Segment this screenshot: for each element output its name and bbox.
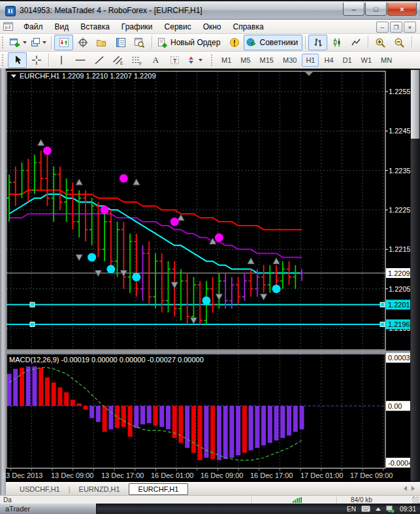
zoom-in-button[interactable] (371, 35, 390, 50)
window-title: 3014953: MetaTrader 4 - RoboForex - [EUR… (20, 6, 202, 15)
child-close-button[interactable]: × (404, 22, 416, 33)
time-axis-label: 16 Dec 17:00 (250, 471, 293, 479)
network-icon[interactable] (386, 505, 395, 513)
toolbar-separator (368, 36, 368, 49)
timeframe-h4[interactable]: H4 (320, 54, 337, 67)
timeframe-mn[interactable]: MN (377, 54, 396, 67)
target-icon (78, 37, 88, 48)
keyboard-icon[interactable] (361, 505, 370, 512)
crosshair-target-button[interactable] (73, 35, 92, 50)
tab-eurnzd-h1[interactable]: EURNZD,H1 (71, 483, 129, 495)
toolbar-separator (412, 36, 412, 49)
profiles-button[interactable] (29, 35, 48, 50)
tab-eurchf-h1[interactable]: EURCHF,H1 (129, 483, 189, 495)
data-window-button[interactable] (130, 35, 149, 50)
arrows-button[interactable] (184, 52, 204, 68)
tabs-scroll-right-icon[interactable] (412, 486, 415, 491)
line-chart-button[interactable] (346, 35, 365, 50)
zoom-out-icon (394, 37, 405, 48)
new-order-button[interactable]: Новый Ордер (155, 35, 225, 50)
zoom-out-button[interactable] (390, 35, 409, 50)
menu-window[interactable]: Окно (197, 20, 227, 33)
svg-text:E: E (120, 61, 123, 65)
advisors-button[interactable]: Советники (244, 35, 302, 50)
macd-header: MACD(12,26,9) -0.00019 0.00000 0.00000 -… (9, 356, 204, 364)
tick-chart-button[interactable] (54, 35, 73, 50)
market-watch-button[interactable] (111, 35, 130, 50)
timeframe-d1[interactable]: D1 (339, 54, 356, 67)
fibonacci-button[interactable]: F (127, 52, 146, 68)
market-watch-icon (116, 37, 126, 48)
crosshair-button[interactable] (27, 52, 46, 68)
tab-usdchf-h1[interactable]: USDCHF,H1 (11, 483, 69, 495)
chart-tabs-bar: USDCHF,H1 | EURNZD,H1 EURCHF,H1 (6, 482, 420, 495)
toolbar-separator (51, 36, 52, 49)
time-axis-label: 16 Dec 01:00 (151, 471, 193, 479)
new-chart-button[interactable] (8, 35, 29, 50)
maximize-button[interactable]: □ (365, 3, 387, 16)
advisors-icon (246, 37, 257, 48)
menu-charts[interactable]: Графики (116, 20, 159, 33)
bar-chart-button[interactable] (308, 35, 327, 50)
svg-text:1.2209: 1.2209 (388, 269, 410, 277)
taskbar-app-button[interactable]: aTrader (0, 504, 97, 514)
timeframe-m1[interactable]: M1 (218, 54, 235, 67)
toolbar-grip[interactable] (2, 37, 5, 48)
price-chart-canvas[interactable]: 1.22551.22451.22351.22251.22151.22051.21… (0, 69, 420, 482)
timeframe-w1[interactable]: W1 (357, 54, 376, 67)
resize-grip[interactable] (412, 496, 419, 504)
channel-button[interactable]: E (108, 52, 127, 68)
text-label-button[interactable]: T (165, 52, 184, 68)
menu-insert[interactable]: Вставка (74, 20, 116, 33)
time-axis-label: 13 Dec 17:00 (101, 471, 144, 479)
minimize-button[interactable]: – (343, 3, 364, 16)
chart-window-icon[interactable] (3, 22, 14, 32)
taskbar-clock[interactable]: 09:31 (400, 505, 416, 513)
scrollbar-thumb[interactable] (411, 70, 419, 139)
text-button[interactable]: A (146, 52, 165, 68)
advisors-label: Советники (257, 38, 300, 47)
horizontal-line-button[interactable] (71, 52, 89, 68)
dropdown-caret-icon (199, 59, 202, 61)
svg-text:1.2255: 1.2255 (389, 88, 411, 95)
connection-bars-icon (293, 497, 302, 503)
candlestick-icon (332, 37, 342, 48)
toolbar-separator (305, 36, 306, 49)
child-minimize-button[interactable]: – (376, 22, 389, 33)
title-bar: 3014953: MetaTrader 4 - RoboForex - [EUR… (0, 0, 420, 20)
line-handle (380, 302, 385, 307)
timeframe-m5[interactable]: M5 (236, 54, 254, 67)
cursor-button[interactable] (8, 52, 27, 68)
tabs-scroll-left-icon[interactable] (404, 486, 407, 491)
show-hidden-icons[interactable] (376, 507, 381, 511)
menu-help[interactable]: Справка (227, 20, 270, 33)
menu-file[interactable]: Файл (18, 20, 49, 33)
toolbar-grip[interactable] (211, 54, 214, 66)
vertical-line-button[interactable] (52, 52, 71, 68)
trendline-button[interactable] (89, 52, 108, 68)
buy-signal-dot (202, 296, 210, 305)
time-axis-label: 13 Dec 2013 (2, 471, 42, 479)
vertical-scrollbar[interactable] (410, 69, 420, 482)
toolbar-drawing: E F A T (0, 52, 420, 69)
toolbar-grip[interactable] (2, 54, 5, 66)
menu-view[interactable]: Вид (49, 20, 75, 33)
language-indicator[interactable]: EN (347, 505, 356, 513)
new-order-icon (157, 37, 168, 48)
candlestick-button[interactable] (327, 35, 346, 50)
sell-signal-dot (43, 146, 52, 155)
buy-signal-dot (88, 253, 96, 262)
text-label-icon: T (169, 55, 180, 65)
crosshair-icon (31, 55, 42, 65)
menu-tools[interactable]: Сервис (159, 20, 197, 33)
timeframe-m30[interactable]: M30 (279, 54, 300, 67)
templates-button[interactable] (92, 35, 111, 50)
time-axis-label: 17 Dec 01:00 (300, 471, 343, 479)
child-restore-button[interactable]: ❐ (390, 22, 402, 33)
timeframe-m15[interactable]: M15 (256, 54, 278, 67)
timeframe-h1[interactable]: H1 (302, 54, 319, 67)
pane-divider[interactable] (6, 351, 411, 353)
alert-button[interactable] (225, 35, 244, 50)
data-window-icon (134, 37, 145, 48)
close-button[interactable]: × (387, 3, 417, 16)
